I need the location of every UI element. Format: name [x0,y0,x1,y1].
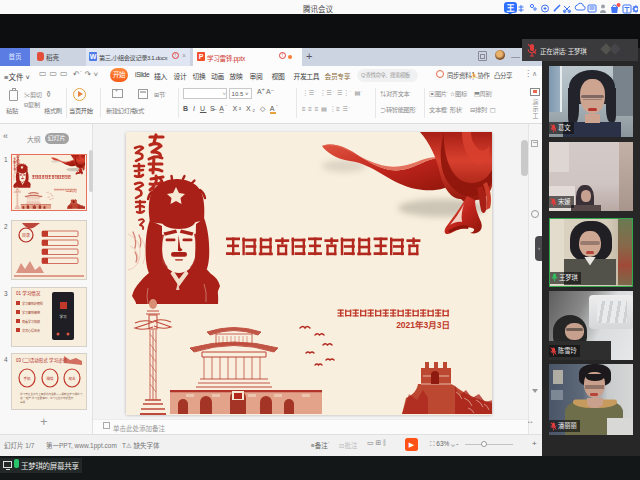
svg-text:01 学习情况: 01 学习情况 [16,290,41,297]
svg-text:交流心得体会: 交流心得体会 [22,328,40,333]
svg-text:学习: 学习 [60,314,67,319]
svg-text:学习雷锋好榜样: 学习雷锋好榜样 [22,301,43,306]
svg-text:2021年3月3日: 2021年3月3日 [396,320,450,330]
svg-text:观看学习视频: 观看学习视频 [22,319,40,324]
svg-text:进 一起产 学习业雷锋时、学习让社会专项显示: 进 一起产 学习业雷锋时、学习让社会专项显示 [20,396,74,400]
svg-text:学习雷锋精神: 学习雷锋精神 [22,310,40,315]
svg-text:视击: 视击 [69,376,76,381]
svg-text:目录: 目录 [22,232,30,238]
svg-text:微信: 微信 [47,376,54,381]
svg-text:03 (二)活动形式 学习途径: 03 (二)活动形式 学习途径 [16,357,68,364]
svg-text:章程: 章程 [20,400,26,404]
svg-text:王: 王 [507,4,515,13]
svg-text:手机: 手机 [24,376,31,381]
svg-text:学习电让主会为上率组机与投影——贯献业交下通线习: 学习电让主会为上率组机与投影——贯献业交下通线习 [20,392,83,396]
